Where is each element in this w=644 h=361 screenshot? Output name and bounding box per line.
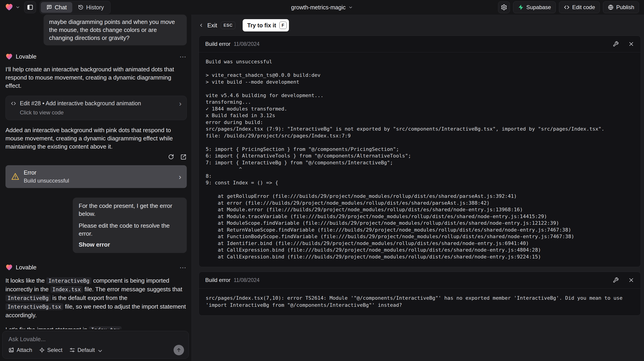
supabase-label: Supabase: [526, 4, 551, 10]
build-error-card[interactable]: Error Build unsuccessful ›: [6, 165, 187, 188]
select-button[interactable]: Select: [39, 347, 62, 353]
image-attach-icon: [8, 347, 14, 353]
chat-history-tabs: Chat History: [40, 1, 110, 14]
mode-label: Default: [78, 347, 95, 353]
message-actions: [6, 153, 187, 160]
try-to-fix-label: Try to fix it: [247, 22, 276, 29]
assistant-header: Lovable ⋯: [6, 264, 187, 271]
chevron-right-icon: ›: [179, 172, 181, 181]
chevron-left-icon: [199, 23, 204, 28]
error-card-subtitle: Build unsuccessful: [24, 178, 69, 184]
try-to-fix-button[interactable]: Try to fix it F: [243, 19, 289, 31]
send-arrow-icon: [176, 347, 182, 353]
settings-button[interactable]: [498, 1, 510, 13]
preview-header: Exit ESC Try to fix it F: [192, 14, 644, 34]
publish-label: Publish: [616, 4, 634, 10]
chat-bubble-icon: [46, 4, 52, 10]
main-split: maybe diagramming points and when you mo…: [0, 14, 644, 361]
attach-button[interactable]: Attach: [8, 347, 32, 353]
chevron-right-icon: ›: [179, 101, 182, 106]
brand-menu[interactable]: [5, 3, 20, 11]
project-name: growth-metrics-magic: [291, 4, 346, 11]
assistant-message: Added an interactive background with pin…: [6, 126, 187, 151]
supabase-button[interactable]: Supabase: [513, 1, 556, 13]
publish-button[interactable]: Publish: [603, 1, 639, 13]
send-button[interactable]: [174, 345, 184, 355]
wrench-icon[interactable]: [613, 41, 619, 47]
globe-icon: [608, 4, 614, 10]
show-error-link[interactable]: Show error: [79, 241, 181, 249]
user-message: For the code present, I get the error be…: [73, 198, 187, 253]
close-icon[interactable]: [628, 277, 634, 283]
lovable-heart-icon: [5, 3, 13, 11]
gear-icon: [501, 4, 507, 10]
tab-history-label: History: [86, 4, 104, 11]
build-error-header: Build error 11/08/2024: [199, 272, 640, 289]
build-log: src/pages/Index.tsx(7,10): error TS2614:…: [206, 295, 634, 309]
chat-composer[interactable]: Ask Lovable... Attach Select Default: [2, 331, 189, 359]
user-message-line: For the code present, I get the error be…: [79, 202, 181, 218]
tab-chat-label: Chat: [55, 4, 67, 11]
edit-card-28[interactable]: Edit #28 • Add interactive background an…: [6, 96, 187, 120]
preview-panel: Exit ESC Try to fix it F Build error 11/…: [192, 14, 644, 361]
assistant-header: Lovable ⋯: [6, 53, 187, 61]
panel-toggle-button[interactable]: [24, 1, 36, 13]
sliders-icon: [69, 347, 75, 353]
exit-button[interactable]: Exit ESC: [199, 22, 235, 29]
edit-code-button[interactable]: Edit code: [559, 1, 600, 13]
crosshair-icon: [39, 347, 45, 353]
topbar: Chat History growth-metrics-magic Supaba…: [0, 0, 644, 14]
panel-toggle-icon: [27, 4, 33, 10]
edit-code-label: Edit code: [572, 4, 595, 10]
build-error-card-2: Build error 11/08/2024 src/pages/Index.t…: [199, 272, 641, 316]
assistant-message: It looks like the InteractiveBg componen…: [6, 277, 187, 320]
select-label: Select: [47, 347, 62, 353]
assistant-message: I'll help create an interactive backgrou…: [6, 65, 187, 90]
wrench-icon[interactable]: [613, 277, 619, 283]
edit-card-title: Edit #28 • Add interactive background an…: [20, 100, 141, 107]
code-icon: [564, 4, 570, 10]
build-error-date: 11/08/2024: [234, 277, 260, 283]
external-link-icon[interactable]: [180, 153, 187, 160]
more-menu-icon[interactable]: ⋯: [180, 264, 187, 271]
build-error-header: Build error 11/08/2024: [199, 36, 640, 52]
lovable-heart-icon: [6, 264, 13, 271]
chevron-down-icon: [97, 348, 101, 352]
chat-message-list[interactable]: maybe diagramming points and when you mo…: [0, 14, 192, 329]
build-error-title: Build error: [205, 277, 230, 283]
lovable-heart-icon: [6, 53, 13, 60]
edit-card-subtitle: Click to view code: [11, 109, 182, 116]
assistant-message: Let's fix the import statement in Index.…: [6, 326, 187, 329]
chat-panel: maybe diagramming points and when you mo…: [0, 14, 192, 361]
error-card-title: Error: [24, 169, 69, 176]
app-window: Chat History growth-metrics-magic Supaba…: [0, 0, 644, 361]
code-icon: [11, 101, 16, 106]
tab-history[interactable]: History: [72, 2, 110, 13]
chevron-down-icon: [348, 5, 353, 9]
build-error-list: Build error 11/08/2024 Build was unsucce…: [192, 34, 644, 316]
tab-chat[interactable]: Chat: [41, 2, 72, 13]
build-error-card-1: Build error 11/08/2024 Build was unsucce…: [199, 35, 641, 267]
mode-dropdown[interactable]: Default: [69, 347, 101, 353]
exit-label: Exit: [207, 22, 217, 29]
refresh-icon[interactable]: [168, 153, 174, 160]
attach-label: Attach: [17, 347, 32, 353]
build-error-body: Build was unsuccessful > vite_react_shad…: [199, 52, 640, 267]
topbar-actions: Supabase Edit code Publish: [498, 1, 639, 13]
assistant-name: Lovable: [16, 264, 36, 271]
assistant-name: Lovable: [16, 53, 36, 60]
esc-key-badge: ESC: [221, 22, 235, 29]
chevron-down-icon: [16, 5, 20, 9]
close-icon[interactable]: [628, 41, 634, 47]
build-error-title: Build error: [205, 41, 230, 47]
composer-placeholder[interactable]: Ask Lovable...: [8, 336, 184, 343]
user-message: maybe diagramming points and when you mo…: [44, 14, 187, 45]
composer-toolbar: Attach Select Default: [8, 345, 184, 355]
build-log: Build was unsuccessful > vite_react_shad…: [206, 58, 634, 260]
build-error-body: src/pages/Index.tsx(7,10): error TS2614:…: [199, 289, 640, 316]
project-switcher[interactable]: growth-metrics-magic: [291, 4, 353, 11]
more-menu-icon[interactable]: ⋯: [180, 53, 187, 61]
warning-triangle-icon: [11, 172, 20, 181]
user-message-line: Please edit the code to resolve the erro…: [79, 222, 181, 238]
history-icon: [78, 4, 84, 10]
